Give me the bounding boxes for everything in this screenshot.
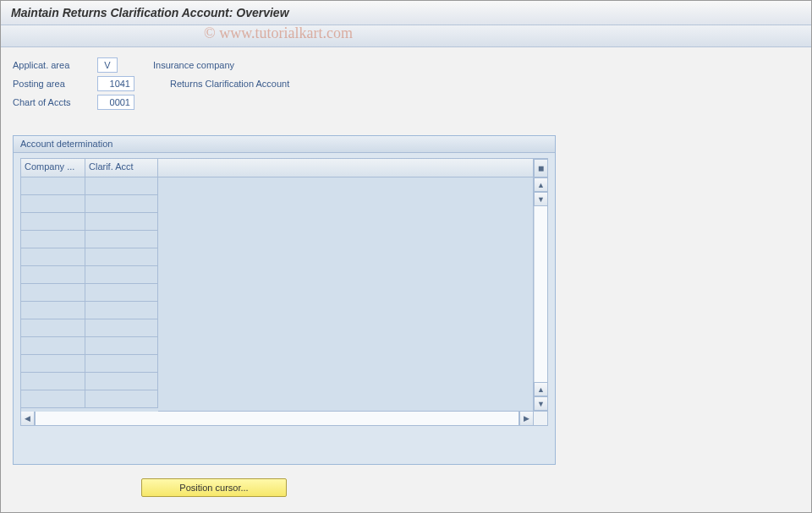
cell-company[interactable] (21, 266, 85, 284)
table-row[interactable] (21, 248, 158, 266)
scroll-corner (534, 412, 548, 426)
desc-applicat-area: Insurance company (153, 60, 234, 70)
desc-posting-area: Returns Clarification Account (170, 79, 289, 89)
cell-company[interactable] (21, 337, 85, 355)
cell-clarif-acct[interactable] (85, 319, 158, 337)
position-cursor-button[interactable]: Position cursor... (141, 478, 287, 497)
cell-clarif-acct[interactable] (85, 302, 158, 319)
cell-company[interactable] (21, 213, 85, 231)
input-chart-of-accts[interactable] (97, 95, 134, 110)
cell-clarif-acct[interactable] (85, 355, 158, 373)
table-empty-area (158, 159, 534, 412)
row-applicat-area: Applicat. area Insurance company (13, 56, 799, 74)
table-columns: Company ... Clarif. Acct (21, 159, 158, 412)
cell-company[interactable] (21, 302, 85, 319)
table-row[interactable] (21, 373, 158, 390)
label-applicat-area: Applicat. area (13, 60, 97, 70)
cell-company[interactable] (21, 284, 85, 302)
table-row[interactable] (21, 266, 158, 284)
cell-company[interactable] (21, 373, 85, 390)
table-row[interactable] (21, 319, 158, 337)
column-header-company[interactable]: Company ... (21, 159, 85, 177)
cell-clarif-acct[interactable] (85, 177, 158, 195)
label-posting-area: Posting area (13, 79, 97, 89)
table-row[interactable] (21, 195, 158, 213)
cell-company[interactable] (21, 355, 85, 373)
input-applicat-area[interactable] (97, 57, 118, 73)
cell-clarif-acct[interactable] (85, 337, 158, 355)
table-body (21, 177, 158, 408)
cell-company[interactable] (21, 231, 85, 248)
scroll-down2-button[interactable]: ▼ (534, 396, 547, 411)
cell-clarif-acct[interactable] (85, 266, 158, 284)
scroll-track[interactable] (534, 206, 547, 382)
table-header-row: Company ... Clarif. Acct (21, 159, 158, 177)
toolbar (1, 25, 811, 47)
row-posting-area: Posting area Returns Clarification Accou… (13, 74, 799, 93)
hscroll-left-button[interactable]: ◀ (20, 412, 35, 426)
table-row[interactable] (21, 177, 158, 195)
page-title: Maintain Returns Clarification Account: … (1, 1, 811, 25)
account-table: Company ... Clarif. Acct ◼ ▲ ▼ ▲ ▼ (20, 158, 548, 412)
cell-company[interactable] (21, 195, 85, 213)
table-row[interactable] (21, 302, 158, 319)
horizontal-scrollbar[interactable]: ◀ ▶ (20, 412, 548, 426)
cell-clarif-acct[interactable] (85, 195, 158, 213)
hscroll-right-button[interactable]: ▶ (519, 412, 534, 426)
table-row[interactable] (21, 213, 158, 231)
cell-clarif-acct[interactable] (85, 373, 158, 390)
scroll-up-button[interactable]: ▲ (534, 177, 547, 192)
panel-title: Account determination (14, 136, 555, 153)
cell-clarif-acct[interactable] (85, 390, 158, 408)
content-area: Applicat. area Insurance company Posting… (1, 47, 811, 505)
cell-company[interactable] (21, 319, 85, 337)
cell-company[interactable] (21, 390, 85, 408)
row-chart-of-accts: Chart of Accts (13, 93, 799, 112)
header-spacer (158, 159, 533, 177)
page-title-text: Maintain Returns Clarification Account: … (11, 6, 289, 19)
table-row[interactable] (21, 231, 158, 248)
cell-company[interactable] (21, 177, 85, 195)
vertical-scrollbar[interactable]: ◼ ▲ ▼ ▲ ▼ (534, 159, 548, 412)
scroll-down-button[interactable]: ▼ (534, 192, 547, 206)
cell-clarif-acct[interactable] (85, 248, 158, 266)
label-chart-of-accts: Chart of Accts (13, 97, 97, 107)
table-row[interactable] (21, 284, 158, 302)
scroll-up2-button[interactable]: ▲ (534, 382, 547, 396)
cell-clarif-acct[interactable] (85, 284, 158, 302)
table-row[interactable] (21, 355, 158, 373)
table-row[interactable] (21, 390, 158, 408)
cell-clarif-acct[interactable] (85, 213, 158, 231)
table-row[interactable] (21, 337, 158, 355)
hscroll-track[interactable] (35, 412, 519, 426)
input-posting-area[interactable] (97, 76, 134, 91)
cell-company[interactable] (21, 248, 85, 266)
scroll-col-button[interactable]: ◼ (534, 159, 547, 177)
cell-clarif-acct[interactable] (85, 231, 158, 248)
account-determination-panel: Account determination Company ... Clarif… (13, 135, 556, 465)
column-header-clarif-acct[interactable]: Clarif. Acct (85, 159, 158, 177)
